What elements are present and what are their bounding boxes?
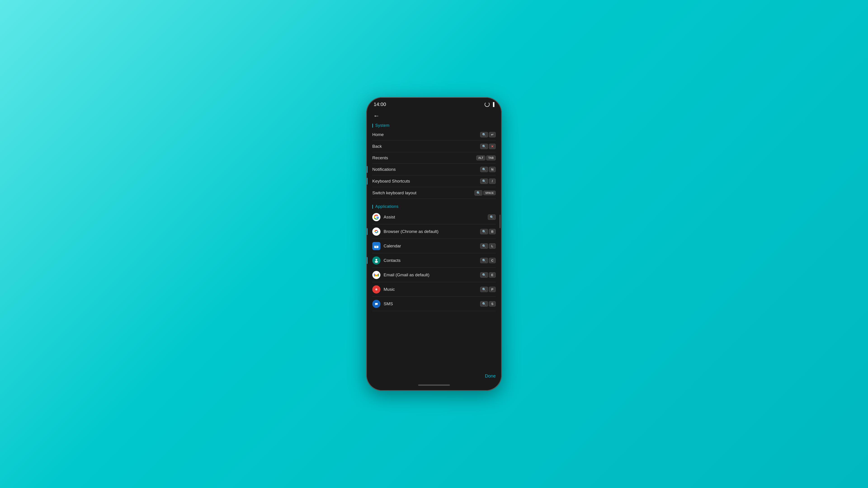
item-left-sms: SMS [372, 300, 393, 308]
item-label-keyboard-shortcuts: Keyboard Shortcuts [372, 179, 410, 184]
key-s-sms: S [489, 301, 496, 306]
n-symbol: N [491, 168, 493, 171]
item-left-browser: Browser (Chrome as default) [372, 228, 438, 236]
item-keys-recents: ALT TAB [476, 156, 496, 160]
enter-symbol: ↵ [491, 133, 494, 136]
item-label-notifications: Notifications [372, 167, 396, 172]
search-symbol-sms: 🔍 [482, 302, 486, 306]
key-b-browser: B [489, 229, 496, 234]
item-label-recents: Recents [372, 156, 388, 160]
search-symbol-switch: 🔍 [476, 191, 480, 195]
phone-inner: 14:00 ▐ ← System Home [367, 98, 501, 390]
list-item-home[interactable]: Home 🔍 ↵ [367, 129, 501, 140]
item-keys-music: 🔍 P [480, 287, 496, 292]
chrome-icon [372, 228, 380, 236]
search-symbol-music: 🔍 [482, 288, 486, 291]
item-label-browser: Browser (Chrome as default) [383, 229, 438, 234]
item-keys-notifications: 🔍 N [480, 167, 496, 172]
home-bar-line [418, 385, 450, 386]
section-title-applications: Applications [375, 204, 399, 209]
item-keys-back: 🔍 ✕ [480, 144, 496, 149]
gmail-icon [372, 271, 380, 279]
sync-icon [485, 102, 490, 107]
svg-point-7 [375, 259, 377, 261]
list-item-email[interactable]: Email (Gmail as default) 🔍 E [367, 268, 501, 282]
key-close-back: ✕ [489, 144, 496, 149]
phone-frame: 14:00 ▐ ← System Home [366, 97, 502, 391]
key-alt-recents: ALT [476, 156, 485, 160]
header: ← [367, 109, 501, 121]
key-search-back: 🔍 [480, 144, 488, 149]
key-search-email: 🔍 [480, 272, 488, 278]
item-left-switch-keyboard: Switch keyboard layout [372, 191, 416, 195]
svg-rect-4 [375, 244, 376, 245]
item-left-calendar: 31 Calendar [372, 242, 401, 250]
done-area: Done [367, 371, 501, 382]
list-item-keyboard-shortcuts[interactable]: Keyboard Shortcuts 🔍 / [367, 175, 501, 187]
list-item-music[interactable]: Music 🔍 P [367, 282, 501, 297]
key-l-calendar: L [489, 243, 496, 249]
section-title-system: System [375, 123, 390, 128]
section-bar-system [372, 124, 373, 128]
item-label-music: Music [383, 287, 395, 292]
item-left-contacts: Contacts [372, 256, 401, 265]
key-n-notifications: N [489, 167, 496, 172]
p-symbol: P [491, 288, 493, 291]
space-symbol: SPACE [485, 192, 494, 194]
item-label-contacts: Contacts [383, 258, 401, 263]
key-search-sms: 🔍 [480, 301, 488, 306]
key-space-switch: SPACE [483, 191, 496, 195]
list-item-contacts[interactable]: Contacts 🔍 C [367, 253, 501, 268]
search-symbol-browser: 🔍 [482, 230, 486, 233]
item-left-back: Back [372, 144, 382, 149]
c-symbol: C [491, 259, 493, 262]
key-search-contacts: 🔍 [480, 258, 488, 263]
alt-symbol: ALT [478, 156, 483, 160]
list-item-switch-keyboard[interactable]: Switch keyboard layout 🔍 SPACE [367, 187, 501, 199]
key-search-home: 🔍 [480, 132, 488, 137]
s-symbol: S [491, 302, 493, 306]
section-bar-applications [372, 205, 373, 209]
item-keys-email: 🔍 E [480, 272, 496, 278]
back-button[interactable]: ← [372, 111, 380, 121]
list-item-browser[interactable]: Browser (Chrome as default) 🔍 B [367, 224, 501, 239]
status-time: 14:00 [374, 101, 386, 107]
key-enter-home: ↵ [489, 132, 496, 137]
scroll-indicator [500, 215, 500, 228]
home-bar [367, 382, 501, 390]
item-left-email: Email (Gmail as default) [372, 271, 430, 279]
svg-point-11 [376, 289, 377, 290]
key-search-music: 🔍 [480, 287, 488, 292]
item-keys-home: 🔍 ↵ [480, 132, 496, 137]
list-item-notifications[interactable]: Notifications 🔍 N [367, 164, 501, 175]
item-label-sms: SMS [383, 301, 393, 306]
item-keys-sms: 🔍 S [480, 301, 496, 306]
list-container[interactable]: System Home 🔍 ↵ Back [367, 121, 501, 371]
music-icon [372, 285, 380, 293]
list-item-back[interactable]: Back 🔍 ✕ [367, 140, 501, 152]
item-label-switch-keyboard: Switch keyboard layout [372, 191, 416, 195]
svg-rect-3 [374, 245, 378, 246]
list-item-assist[interactable]: Assist 🔍 [367, 210, 501, 224]
key-p-music: P [489, 287, 496, 292]
b-symbol: B [491, 230, 493, 233]
search-symbol-notif: 🔍 [482, 168, 486, 171]
list-item-recents[interactable]: Recents ALT TAB [367, 152, 501, 164]
search-symbol-email: 🔍 [482, 273, 486, 277]
done-button[interactable]: Done [485, 373, 496, 379]
item-left-keyboard-shortcuts: Keyboard Shortcuts [372, 179, 410, 184]
search-symbol: 🔍 [482, 133, 486, 136]
list-item-sms[interactable]: SMS 🔍 S [367, 297, 501, 311]
svg-point-8 [375, 261, 378, 263]
key-slash-keyboard: / [489, 178, 496, 184]
battery-icon: ▐ [491, 102, 494, 107]
list-item-calendar[interactable]: 31 Calendar 🔍 L [367, 239, 501, 253]
item-left-assist: Assist [372, 213, 395, 221]
item-left-home: Home [372, 132, 384, 137]
section-header-system: System [367, 121, 501, 129]
slash-symbol: / [492, 180, 493, 183]
search-symbol-calendar: 🔍 [482, 244, 486, 248]
search-symbol-assist: 🔍 [490, 215, 494, 219]
contacts-icon [372, 256, 380, 265]
item-keys-switch-keyboard: 🔍 SPACE [474, 190, 496, 196]
